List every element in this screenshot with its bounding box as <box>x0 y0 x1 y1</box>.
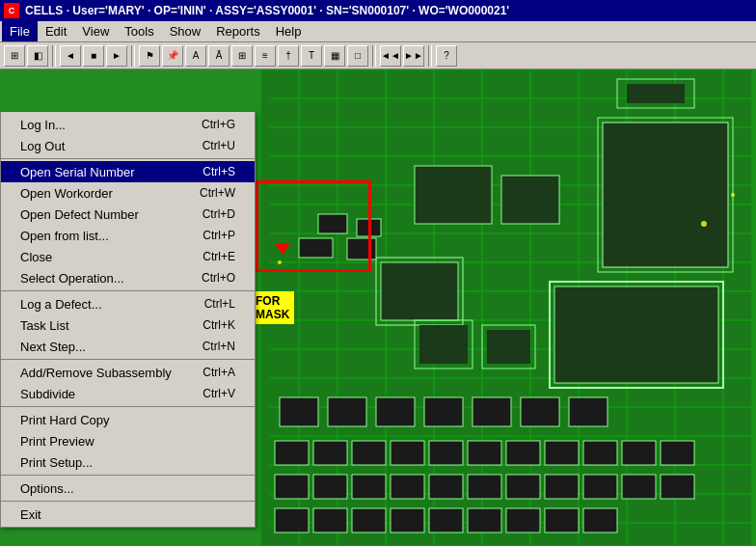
menu-item-open-serial[interactable]: Open Serial Number Ctrl+S <box>1 161 255 182</box>
menu-item-print-preview[interactable]: Print Preview <box>1 430 255 451</box>
menu-item-print-setup[interactable]: Print Setup... <box>1 451 255 473</box>
menu-show[interactable]: Show <box>162 21 209 41</box>
svg-rect-49 <box>661 441 694 465</box>
svg-rect-56 <box>506 475 540 499</box>
svg-rect-64 <box>391 508 424 532</box>
svg-rect-43 <box>429 441 463 465</box>
svg-rect-65 <box>429 508 463 532</box>
toolbar-btn-a2[interactable]: Ā <box>208 45 230 67</box>
svg-rect-37 <box>521 397 559 426</box>
menu-item-open-defect-shortcut: Ctrl+D <box>202 207 235 221</box>
svg-rect-60 <box>661 475 694 499</box>
toolbar-btn-grid[interactable]: ⊞ <box>231 45 253 67</box>
toolbar-btn-prev[interactable]: ◄ <box>60 45 81 67</box>
toolbar-btn-stop[interactable]: ■ <box>83 45 104 67</box>
toolbar-btn-pin2[interactable]: † <box>278 45 299 67</box>
menu-item-add-remove-sub-shortcut: Ctrl+A <box>202 366 235 379</box>
svg-rect-67 <box>506 508 540 532</box>
toolbar-btn-pin[interactable]: 📌 <box>162 45 183 67</box>
menu-item-exit[interactable]: Exit <box>1 504 255 525</box>
toolbar-btn-help[interactable]: ? <box>436 45 457 67</box>
menu-item-logout-shortcut: Ctrl+U <box>202 139 235 152</box>
menu-reports[interactable]: Reports <box>208 21 268 41</box>
svg-rect-59 <box>622 475 656 499</box>
svg-rect-36 <box>472 397 511 426</box>
menu-item-select-op-label: Select Operation... <box>20 271 124 286</box>
toolbar-sep-1 <box>52 45 56 67</box>
menu-item-login-label: Log In... <box>20 118 66 132</box>
toolbar-btn-2[interactable]: ◧ <box>27 45 48 67</box>
toolbar-btn-bars[interactable]: ≡ <box>255 45 276 67</box>
toolbar-btn-a1[interactable]: A <box>185 45 206 67</box>
menu-edit[interactable]: Edit <box>38 21 74 41</box>
menu-item-next-step[interactable]: Next Step... Ctrl+N <box>1 336 255 357</box>
toolbar-sep-2 <box>131 45 135 67</box>
menu-item-add-remove-sub-label: Add/Remove Subassembly <box>20 366 172 380</box>
menu-file[interactable]: File <box>2 21 38 41</box>
menu-item-print-setup-label: Print Setup... <box>20 455 93 470</box>
menu-item-open-list-label: Open from list... <box>20 229 109 243</box>
svg-rect-29 <box>603 123 728 267</box>
menu-item-select-op-shortcut: Ctrl+O <box>202 271 235 285</box>
menu-item-subdivide[interactable]: Subdivide Ctrl+V <box>1 383 255 404</box>
svg-rect-61 <box>275 508 309 532</box>
menu-item-next-step-shortcut: Ctrl+N <box>202 340 235 353</box>
menu-section-open: Open Serial Number Ctrl+S Open Workorder… <box>1 159 255 291</box>
menu-view[interactable]: View <box>74 21 117 41</box>
menu-item-open-serial-label: Open Serial Number <box>20 165 135 179</box>
svg-rect-44 <box>468 441 501 465</box>
main-content: FOR MASK Log In... Ctrl+G Log Out Ctrl+U… <box>0 69 756 546</box>
svg-point-78 <box>701 221 707 227</box>
menu-item-logout-label: Log Out <box>20 139 65 153</box>
toolbar-btn-back[interactable]: ◄◄ <box>380 45 401 67</box>
svg-rect-35 <box>424 397 463 426</box>
menu-item-task-list[interactable]: Task List Ctrl+K <box>1 314 255 336</box>
menu-item-open-workorder[interactable]: Open Workorder Ctrl+W <box>1 182 255 204</box>
svg-rect-54 <box>429 475 463 499</box>
menu-section-print: Print Hard Copy Print Preview Print Setu… <box>1 407 255 476</box>
menu-section-options: Options... <box>1 476 255 502</box>
menu-item-options-label: Options... <box>20 481 74 496</box>
menu-tools[interactable]: Tools <box>117 21 161 41</box>
menu-item-exit-label: Exit <box>20 507 41 522</box>
svg-rect-46 <box>545 441 579 465</box>
svg-rect-39 <box>275 441 309 465</box>
svg-rect-34 <box>376 397 415 426</box>
menu-item-open-list[interactable]: Open from list... Ctrl+P <box>1 225 255 246</box>
toolbar-btn-next[interactable]: ► <box>106 45 127 67</box>
svg-rect-84 <box>419 325 468 364</box>
menu-item-open-defect-label: Open Defect Number <box>20 207 139 222</box>
svg-rect-50 <box>275 475 309 499</box>
svg-point-79 <box>731 193 735 197</box>
toolbar-btn-flag[interactable]: ⚑ <box>139 45 160 67</box>
menu-item-close-label: Close <box>20 250 52 264</box>
arrow-pointer <box>275 243 290 255</box>
menu-item-print-hard[interactable]: Print Hard Copy <box>1 409 255 430</box>
app-icon: C <box>4 3 19 18</box>
menu-item-select-op[interactable]: Select Operation... Ctrl+O <box>1 267 255 288</box>
menu-item-open-list-shortcut: Ctrl+P <box>202 229 235 242</box>
menu-item-add-remove-sub[interactable]: Add/Remove Subassembly Ctrl+A <box>1 362 255 383</box>
svg-rect-31 <box>501 176 559 224</box>
menu-help[interactable]: Help <box>268 21 310 41</box>
svg-rect-38 <box>569 397 608 426</box>
toolbar-btn-t[interactable]: T <box>301 45 322 67</box>
toolbar-btn-fwd[interactable]: ►► <box>403 45 424 67</box>
menu-item-options[interactable]: Options... <box>1 478 255 499</box>
menu-item-open-defect[interactable]: Open Defect Number Ctrl+D <box>1 204 255 225</box>
menu-item-logout[interactable]: Log Out Ctrl+U <box>1 135 255 156</box>
menu-item-login-shortcut: Ctrl+G <box>202 118 235 131</box>
menu-item-login[interactable]: Log In... Ctrl+G <box>1 114 255 135</box>
toolbar-btn-1[interactable]: ⊞ <box>4 45 25 67</box>
menu-item-close[interactable]: Close Ctrl+E <box>1 246 255 267</box>
yellow-mask-label: FOR MASK <box>251 291 294 324</box>
toolbar-btn-box[interactable]: □ <box>347 45 368 67</box>
svg-rect-68 <box>545 508 579 532</box>
toolbar-btn-img[interactable]: ▦ <box>324 45 345 67</box>
svg-rect-32 <box>280 397 318 426</box>
svg-rect-82 <box>627 84 685 103</box>
svg-rect-66 <box>468 508 501 532</box>
svg-rect-52 <box>352 475 386 499</box>
menu-item-log-defect[interactable]: Log a Defect... Ctrl+L <box>1 293 255 314</box>
svg-rect-63 <box>352 508 386 532</box>
